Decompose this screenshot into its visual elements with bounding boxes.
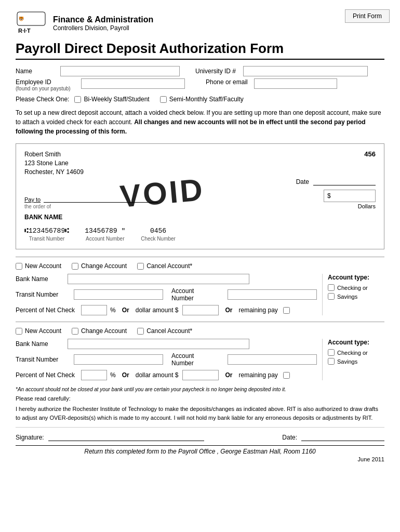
cancel-account-2-checkbox[interactable] bbox=[137, 328, 144, 335]
or-label-2a: Or bbox=[122, 371, 129, 379]
check-number-display: 456 bbox=[364, 150, 376, 176]
account-number-item: 13456789 " Account Number bbox=[85, 227, 125, 242]
remaining-pay-cb-2[interactable] bbox=[283, 372, 290, 379]
account-type-box-1: Account type: Checking or Savings bbox=[322, 274, 384, 315]
amount-box: $ bbox=[324, 190, 376, 202]
cancel-account-2-label: Cancel Account* bbox=[146, 327, 192, 335]
dollar-input-2[interactable] bbox=[182, 370, 219, 380]
new-account-1[interactable]: New Account bbox=[16, 262, 61, 270]
savings-option-1[interactable]: Savings bbox=[328, 293, 384, 300]
semimonthly-option[interactable]: Semi-Monthly Staff/Faculty bbox=[160, 96, 244, 103]
dollar-input-1[interactable] bbox=[182, 305, 219, 315]
percent-input-1[interactable] bbox=[81, 305, 107, 315]
check-num-display: 0456 bbox=[150, 227, 166, 235]
checking-label-1: Checking or bbox=[337, 285, 368, 291]
footer-return: Return this completed form to the Payrol… bbox=[16, 445, 384, 455]
cancel-account-2[interactable]: Cancel Account* bbox=[137, 327, 192, 335]
page-title: Payroll Direct Deposit Authorization For… bbox=[16, 41, 384, 60]
or-label-1b: Or bbox=[225, 307, 232, 314]
date-label: Date bbox=[296, 178, 309, 185]
name-label: Name bbox=[16, 68, 57, 75]
percent-row-2: Percent of Net Check % Or dollar amount … bbox=[16, 370, 317, 380]
pay-to-label: Pay to bbox=[24, 196, 41, 203]
transit-label: Transit Number bbox=[29, 236, 65, 242]
void-text: VOID bbox=[118, 171, 206, 215]
name-uid-row: Name University ID # bbox=[16, 66, 384, 76]
sig-left: Signature: bbox=[16, 431, 204, 441]
biweekly-checkbox[interactable] bbox=[74, 96, 81, 103]
empid-input[interactable] bbox=[81, 78, 185, 89]
savings-option-2[interactable]: Savings bbox=[328, 358, 384, 365]
header-text: Finance & Administration Controllers Div… bbox=[53, 15, 153, 32]
svg-text:R·I·T: R·I·T bbox=[18, 28, 31, 34]
change-account-2[interactable]: Change Account bbox=[72, 327, 127, 335]
acct-num-input-2[interactable] bbox=[228, 354, 317, 365]
bank-name-row-2: Bank Name bbox=[16, 339, 317, 349]
percent-label-2: Percent of Net Check bbox=[16, 371, 75, 379]
please-read: Please read carefully: bbox=[16, 395, 384, 402]
signature-label: Signature: bbox=[16, 434, 44, 441]
date-version: June 2011 bbox=[16, 456, 384, 462]
checking-option-2[interactable]: Checking or bbox=[328, 349, 384, 356]
cancel-account-1-label: Cancel Account* bbox=[146, 262, 192, 270]
account1-top-row: New Account Change Account Cancel Accoun… bbox=[16, 262, 384, 270]
transit-acct-row-2: Transit Number Account Number bbox=[16, 352, 317, 367]
bank-name-label-2: Bank Name bbox=[16, 340, 68, 348]
acct-type-label-1: Account type: bbox=[328, 274, 384, 281]
account1-fields: Bank Name Transit Number Account Number … bbox=[16, 274, 317, 315]
checking-cb-2[interactable] bbox=[328, 349, 335, 356]
semimonthly-label: Semi-Monthly Staff/Faculty bbox=[169, 96, 244, 103]
name-input[interactable] bbox=[60, 66, 180, 76]
cancel-account-1-checkbox[interactable] bbox=[137, 263, 144, 270]
account-section-2: New Account Change Account Cancel Accoun… bbox=[16, 322, 384, 380]
checking-cb-1[interactable] bbox=[328, 284, 335, 291]
print-form-button[interactable]: Print Form bbox=[345, 9, 390, 23]
biweekly-label: Bi-Weekly Staff/Student bbox=[84, 96, 149, 103]
transit-input-2[interactable] bbox=[74, 354, 164, 365]
savings-cb-2[interactable] bbox=[328, 358, 335, 365]
new-account-2-checkbox[interactable] bbox=[16, 328, 22, 335]
change-account-1-label: Change Account bbox=[81, 262, 127, 270]
instructions-block: To set up a new direct deposit account, … bbox=[16, 108, 384, 136]
signature-line bbox=[48, 431, 204, 441]
new-account-2[interactable]: New Account bbox=[16, 327, 61, 335]
new-account-2-label: New Account bbox=[25, 327, 61, 335]
remaining-pay-cb-1[interactable] bbox=[283, 307, 290, 314]
bank-name-input-2[interactable] bbox=[68, 339, 249, 349]
account1-main: Bank Name Transit Number Account Number … bbox=[16, 274, 384, 315]
account-label: Account Number bbox=[86, 236, 124, 242]
transit-label-1: Transit Number bbox=[16, 291, 65, 298]
percent-input-2[interactable] bbox=[81, 370, 107, 380]
phone-input[interactable] bbox=[254, 78, 337, 89]
checking-label-2: Checking or bbox=[337, 350, 368, 356]
biweekly-option[interactable]: Bi-Weekly Staff/Student bbox=[74, 96, 149, 103]
or-label-2b: Or bbox=[225, 371, 232, 379]
checking-option-1[interactable]: Checking or bbox=[328, 284, 384, 291]
account-section-1: New Account Change Account Cancel Accoun… bbox=[16, 257, 384, 315]
change-account-1-checkbox[interactable] bbox=[72, 263, 78, 270]
uid-input[interactable] bbox=[243, 66, 368, 76]
bank-name-label-1: Bank Name bbox=[16, 275, 68, 283]
transit-input-1[interactable] bbox=[74, 289, 164, 300]
percent-row-1: Percent of Net Check % Or dollar amount … bbox=[16, 305, 317, 315]
transit-display: ⑆123456789⑆ bbox=[24, 227, 69, 235]
org-name: Finance & Administration bbox=[53, 15, 153, 24]
acct-num-input-1[interactable] bbox=[228, 289, 317, 300]
cancel-account-1[interactable]: Cancel Account* bbox=[137, 262, 192, 270]
bank-name-input-1[interactable] bbox=[68, 274, 249, 284]
new-account-1-checkbox[interactable] bbox=[16, 263, 22, 270]
semimonthly-checkbox[interactable] bbox=[160, 96, 167, 103]
acct-num-label-1: Account Number bbox=[171, 287, 216, 302]
phone-label: Phone or email bbox=[206, 78, 248, 86]
account2-top-row: New Account Change Account Cancel Accoun… bbox=[16, 327, 384, 335]
check-name: Robert Smith bbox=[24, 150, 84, 159]
savings-cb-1[interactable] bbox=[328, 293, 335, 300]
account-display: 13456789 " bbox=[85, 227, 125, 235]
change-account-2-checkbox[interactable] bbox=[72, 328, 78, 335]
or-label-1a: Or bbox=[122, 307, 129, 314]
empid-sublabel: (found on your paystub) bbox=[16, 86, 78, 91]
change-account-1[interactable]: Change Account bbox=[72, 262, 127, 270]
division-name: Controllers Division, Payroll bbox=[53, 24, 153, 32]
remaining-pay-label-2: remaining pay bbox=[238, 371, 277, 379]
check-numbers: ⑆123456789⑆ Transit Number 13456789 " Ac… bbox=[24, 227, 376, 242]
